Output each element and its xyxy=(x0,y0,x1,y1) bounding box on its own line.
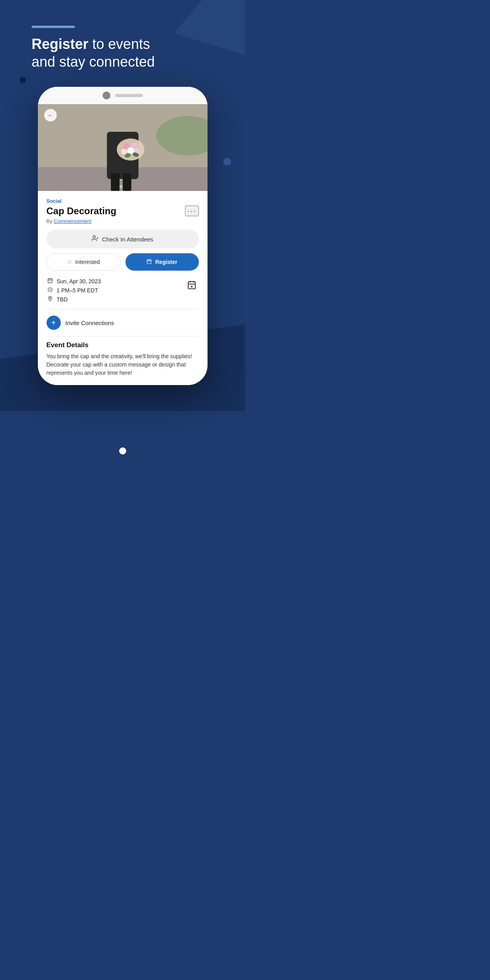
divider-1 xyxy=(47,309,199,309)
star-icon: ☆ xyxy=(67,258,72,266)
calendar-icon xyxy=(47,278,54,284)
svg-point-13 xyxy=(121,149,127,154)
back-arrow-icon: ← xyxy=(48,112,53,118)
event-hero-image: ← xyxy=(38,104,208,191)
header-title-bold: Register xyxy=(32,36,88,52)
bg-dot-bottom xyxy=(119,447,126,454)
event-card-content: Social Cap Decorating ··· By Commencemen… xyxy=(38,191,208,385)
event-date-row: Sun, Apr 30, 2023 xyxy=(47,278,101,284)
event-details-section: Sun, Apr 30, 2023 1 PM–5 PM EDT xyxy=(47,278,199,303)
interested-label: Interested xyxy=(75,259,100,265)
svg-rect-19 xyxy=(48,279,52,283)
invite-connections-button[interactable]: + xyxy=(47,316,61,330)
action-buttons-row: ☆ Interested Register xyxy=(47,253,199,271)
register-button[interactable]: Register xyxy=(125,253,199,271)
event-description-section: Event Details You bring the cap and the … xyxy=(47,341,199,377)
clock-icon xyxy=(47,287,54,294)
invite-connections-label: Invite Connections xyxy=(65,320,114,326)
divider-2 xyxy=(47,336,199,337)
svg-rect-8 xyxy=(123,173,131,191)
event-time-row: 1 PM–5 PM EDT xyxy=(47,287,101,294)
event-date: Sun, Apr 30, 2023 xyxy=(57,278,101,284)
location-icon xyxy=(47,296,54,303)
invite-connections-row: + Invite Connections xyxy=(47,314,199,331)
back-button[interactable]: ← xyxy=(44,109,57,122)
check-in-label: Check In Attendees xyxy=(102,236,153,243)
event-time: 1 PM–5 PM EDT xyxy=(57,287,98,294)
event-image-svg xyxy=(38,104,208,191)
event-organizer-link[interactable]: Commencement xyxy=(54,218,91,224)
header-title: Register to eventsand stay connected xyxy=(32,35,213,71)
register-label: Register xyxy=(155,259,177,265)
event-title: Cap Decorating xyxy=(47,206,185,217)
header-section: Register to eventsand stay connected xyxy=(32,26,213,71)
svg-rect-25 xyxy=(188,282,195,289)
svg-point-24 xyxy=(49,297,50,299)
event-organizer-prefix: By xyxy=(47,218,54,224)
event-location-row: TBD xyxy=(47,296,101,303)
register-icon xyxy=(146,259,152,266)
svg-rect-7 xyxy=(111,173,120,191)
phone-status-bar xyxy=(38,87,208,104)
svg-rect-18 xyxy=(147,259,151,264)
check-in-icon xyxy=(92,235,99,243)
svg-point-17 xyxy=(93,236,95,238)
interested-button[interactable]: ☆ Interested xyxy=(47,253,121,271)
check-in-button[interactable]: Check In Attendees xyxy=(47,230,199,249)
event-location: TBD xyxy=(57,296,68,303)
event-meta: Sun, Apr 30, 2023 1 PM–5 PM EDT xyxy=(47,278,101,303)
bg-dot-left xyxy=(20,77,26,83)
bottom-fade xyxy=(38,373,208,385)
header-accent-line xyxy=(32,26,75,28)
event-description-title: Event Details xyxy=(47,341,199,349)
bg-dot-right xyxy=(223,158,231,166)
phone-speaker xyxy=(115,94,143,97)
phone-mockup: ← Social Cap Decorating ··· By Commencem… xyxy=(38,87,208,385)
more-options-button[interactable]: ··· xyxy=(185,206,199,216)
event-title-row: Cap Decorating ··· xyxy=(47,206,199,217)
phone-camera xyxy=(103,92,110,99)
event-organizer: By Commencement xyxy=(47,218,199,224)
add-to-calendar-button[interactable] xyxy=(185,278,199,292)
event-category-label: Social xyxy=(47,198,199,204)
